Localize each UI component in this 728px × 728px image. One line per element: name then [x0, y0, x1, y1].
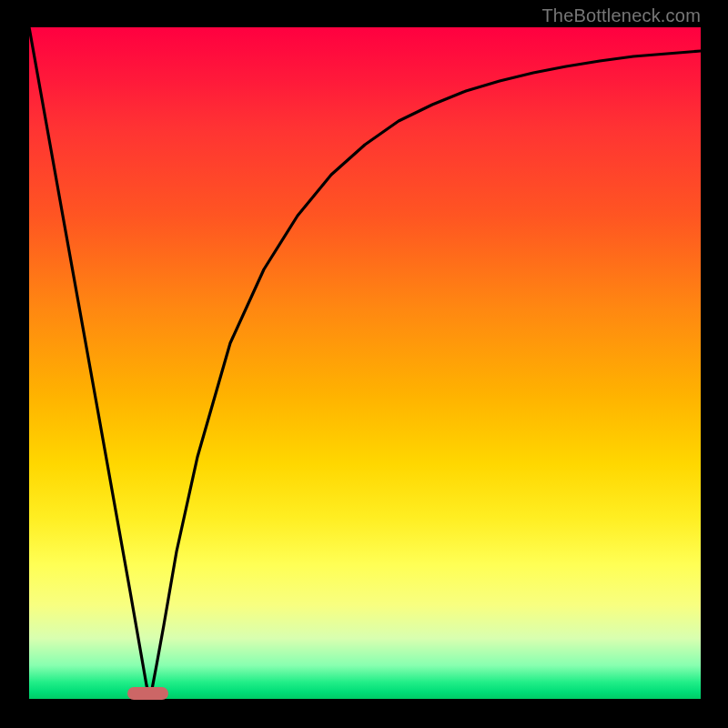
- watermark-text: TheBottleneck.com: [541, 5, 701, 26]
- curve-svg: [29, 27, 701, 699]
- chart-frame: TheBottleneck.com: [0, 0, 728, 728]
- plot-area: [29, 27, 701, 699]
- minimum-marker: [127, 687, 168, 700]
- bottleneck-curve: [29, 27, 701, 699]
